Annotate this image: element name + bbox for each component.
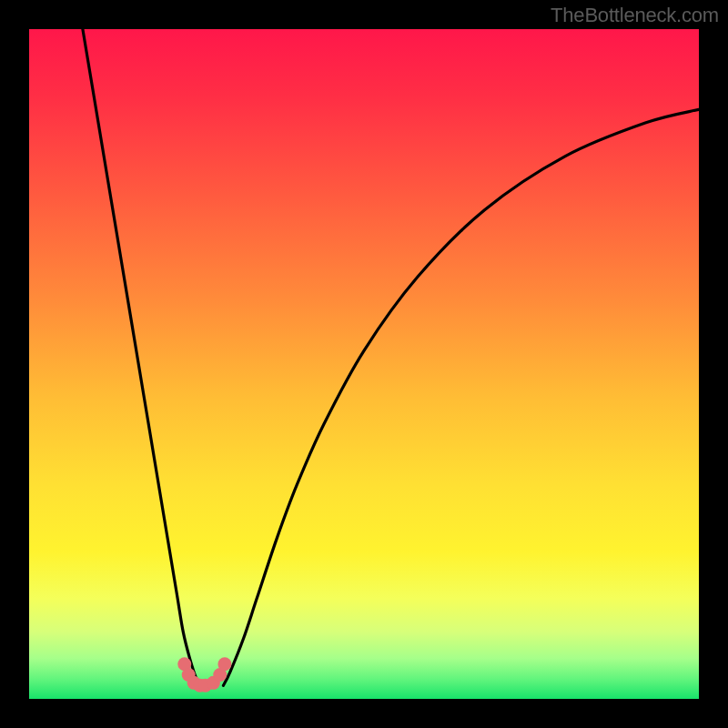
watermark-text: TheBottleneck.com [551, 4, 719, 27]
chart-frame [29, 29, 699, 699]
valley-dot [217, 657, 231, 671]
bottleneck-chart [29, 29, 699, 699]
gradient-background [29, 29, 699, 699]
